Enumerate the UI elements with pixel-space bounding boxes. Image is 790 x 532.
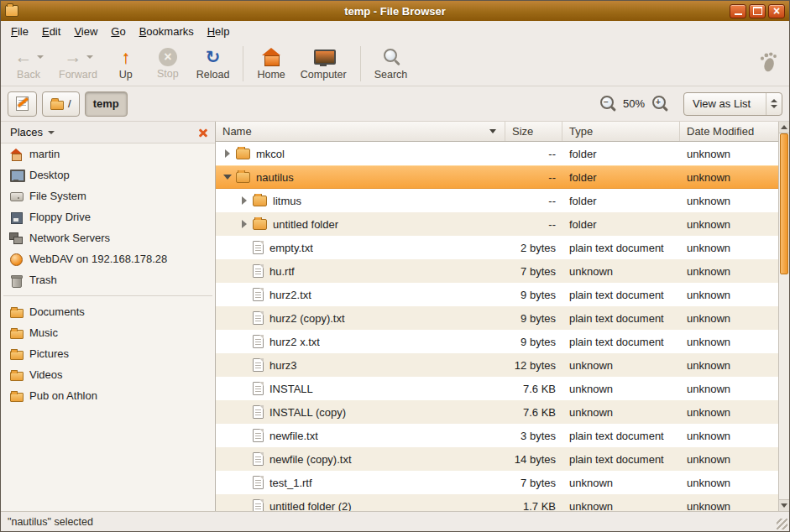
menu-go[interactable]: Go xyxy=(104,23,132,40)
file-row[interactable]: hurz3 12 bytes unknown unknown xyxy=(216,353,778,377)
computer-label: Computer xyxy=(301,69,347,81)
sidebar-item-label: martin xyxy=(29,148,60,160)
sidebar-item-pictures[interactable]: Pictures xyxy=(1,343,215,364)
scroll-up-button[interactable] xyxy=(779,122,789,133)
file-size: 7.6 KB xyxy=(505,383,562,395)
places-header: Places xyxy=(1,122,215,143)
file-row[interactable]: untitled folder (2) 1.7 KB unknown unkno… xyxy=(216,494,778,511)
expander-icon[interactable] xyxy=(238,217,251,231)
file-row[interactable]: hurz2 x.txt 9 bytes plain text document … xyxy=(216,330,778,353)
title-bar[interactable]: temp - File Browser xyxy=(1,1,789,21)
sidebar-item-file-system[interactable]: File System xyxy=(1,185,215,206)
places-selector[interactable]: Places xyxy=(7,124,58,140)
path-current-button[interactable]: temp xyxy=(85,91,128,117)
file-row[interactable]: INSTALL 7.6 KB unknown unknown xyxy=(216,377,778,400)
toggle-location-entry-button[interactable] xyxy=(8,91,37,117)
column-header-date-modified[interactable]: Date Modified xyxy=(680,122,778,141)
list-header: Name Size Type Date Modified xyxy=(216,122,778,142)
menu-file[interactable]: File xyxy=(4,23,35,40)
stop-label: Stop xyxy=(157,68,179,80)
file-type: plain text document xyxy=(562,289,680,301)
sidebar-item-trash[interactable]: Trash xyxy=(1,269,215,290)
expander-icon[interactable] xyxy=(238,194,251,207)
sidebar-item-network-servers[interactable]: Network Servers xyxy=(1,227,215,248)
menu-edit[interactable]: Edit xyxy=(35,23,67,40)
resize-grip[interactable] xyxy=(777,519,787,529)
sidebar-item-pub-on-athlon[interactable]: Pub on Athlon xyxy=(1,385,215,406)
close-sidebar-button[interactable] xyxy=(197,127,209,138)
combo-arrows-icon xyxy=(766,93,782,115)
file-row[interactable]: newfile (copy).txt 14 bytes plain text d… xyxy=(216,447,778,471)
file-row-selected[interactable]: nautilus -- folder unknown xyxy=(216,165,778,189)
file-row[interactable]: hurz2.txt 9 bytes plain text document un… xyxy=(216,283,778,306)
places-sidebar: Places martin Desktop File System Floppy… xyxy=(1,122,216,511)
column-header-type[interactable]: Type xyxy=(562,122,680,141)
file-row[interactable]: hurz2 (copy).txt 9 bytes plain text docu… xyxy=(216,306,778,330)
menu-bar: File Edit View Go Bookmarks Help xyxy=(1,21,789,41)
expander-icon[interactable] xyxy=(221,170,234,184)
sidebar-item-music[interactable]: Music xyxy=(1,322,215,343)
scroll-down-button[interactable] xyxy=(779,499,789,511)
home-button[interactable]: Home xyxy=(249,44,292,84)
menu-help[interactable]: Help xyxy=(201,23,237,40)
file-size: 9 bytes xyxy=(505,289,562,301)
vertical-scrollbar[interactable] xyxy=(778,122,789,511)
folder-icon xyxy=(253,196,267,206)
column-header-size[interactable]: Size xyxy=(505,122,562,141)
view-mode-select[interactable]: View as List xyxy=(683,92,782,116)
file-row[interactable]: INSTALL (copy) 7.6 KB unknown unknown xyxy=(216,400,778,424)
file-row[interactable]: litmus -- folder unknown xyxy=(216,189,778,212)
path-root-button[interactable]: / xyxy=(42,91,80,117)
forward-button[interactable]: Forward xyxy=(51,44,105,84)
file-row[interactable]: untitled folder -- folder unknown xyxy=(216,212,778,236)
file-type: plain text document xyxy=(562,430,680,442)
sidebar-item-floppy-drive[interactable]: Floppy Drive xyxy=(1,206,215,227)
file-name: hu.rtf xyxy=(269,265,295,278)
back-button[interactable]: Back xyxy=(6,44,51,84)
column-header-name[interactable]: Name xyxy=(216,122,505,141)
file-icon xyxy=(253,288,264,301)
gnome-throbber-icon xyxy=(759,51,777,76)
computer-button[interactable]: Computer xyxy=(293,44,354,84)
sidebar-item-documents[interactable]: Documents xyxy=(1,301,215,322)
zoom-in-button[interactable]: + xyxy=(651,94,669,114)
scrollbar-track[interactable] xyxy=(779,133,789,499)
menu-bookmarks[interactable]: Bookmarks xyxy=(133,23,201,40)
file-date: unknown xyxy=(680,383,778,395)
file-size: 9 bytes xyxy=(505,312,562,325)
menu-view[interactable]: View xyxy=(67,23,104,40)
file-row[interactable]: empty.txt 2 bytes plain text document un… xyxy=(216,236,778,259)
folder-icon xyxy=(50,101,64,110)
forward-dropdown-icon[interactable] xyxy=(86,55,93,59)
forward-label: Forward xyxy=(59,69,97,81)
disk-icon xyxy=(9,190,23,203)
file-size: 12 bytes xyxy=(505,359,562,372)
sidebar-item-martin[interactable]: martin xyxy=(1,143,215,164)
maximize-button[interactable] xyxy=(749,4,766,18)
expander-icon[interactable] xyxy=(221,147,234,160)
stop-button[interactable]: Stop xyxy=(147,44,189,84)
plus-icon: + xyxy=(656,97,661,107)
up-icon xyxy=(116,47,136,67)
back-dropdown-icon[interactable] xyxy=(37,55,44,59)
search-button[interactable]: Search xyxy=(367,44,416,84)
minimize-button[interactable] xyxy=(730,4,746,18)
file-name: litmus xyxy=(273,195,301,207)
file-row[interactable]: hu.rtf 7 bytes unknown unknown xyxy=(216,259,778,283)
scrollbar-thumb[interactable] xyxy=(780,133,788,274)
file-name: untitled folder xyxy=(273,218,338,231)
sidebar-item-videos[interactable]: Videos xyxy=(1,364,215,385)
network-icon xyxy=(9,232,23,245)
file-row[interactable]: newfile.txt 3 bytes plain text document … xyxy=(216,424,778,447)
close-button[interactable] xyxy=(768,4,785,18)
file-row[interactable]: mkcol -- folder unknown xyxy=(216,142,778,165)
zoom-out-button[interactable]: − xyxy=(599,94,617,114)
reload-button[interactable]: Reload xyxy=(189,44,238,84)
up-button[interactable]: Up xyxy=(105,44,147,84)
file-date: unknown xyxy=(680,218,778,231)
file-row[interactable]: test_1.rtf 7 bytes unknown unknown xyxy=(216,471,778,494)
sidebar-item-webdav[interactable]: WebDAV on 192.168.178.28 xyxy=(1,248,215,269)
edit-location-icon xyxy=(16,96,29,111)
sidebar-item-desktop[interactable]: Desktop xyxy=(1,164,215,185)
file-date: unknown xyxy=(680,430,778,442)
